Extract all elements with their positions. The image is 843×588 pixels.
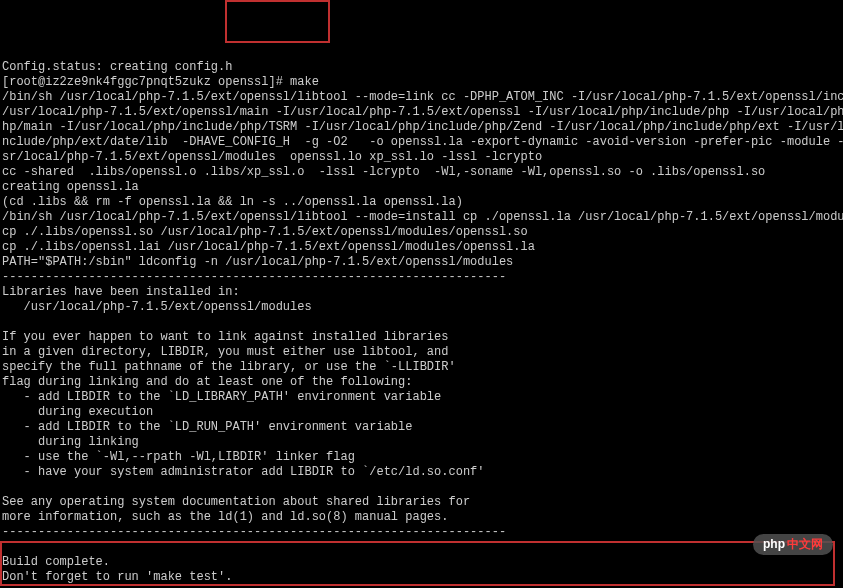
terminal-line: during execution xyxy=(2,405,841,420)
terminal-line: during linking xyxy=(2,435,841,450)
terminal-line xyxy=(2,540,841,555)
terminal-line: creating openssl.la xyxy=(2,180,841,195)
terminal-line: See any operating system documentation a… xyxy=(2,495,841,510)
terminal-line: ----------------------------------------… xyxy=(2,270,841,285)
terminal-line: nclude/php/ext/date/lib -DHAVE_CONFIG_H … xyxy=(2,135,841,150)
highlight-box-top xyxy=(225,0,330,43)
terminal-line: Don't forget to run 'make test'. xyxy=(2,570,841,585)
terminal-line: flag during linking and do at least one … xyxy=(2,375,841,390)
terminal-line: sr/local/php-7.1.5/ext/openssl/modules o… xyxy=(2,150,841,165)
terminal-line: Libraries have been installed in: xyxy=(2,285,841,300)
terminal-viewport[interactable]: Config.status: creating config.h[root@iz… xyxy=(0,0,843,588)
terminal-line: more information, such as the ld(1) and … xyxy=(2,510,841,525)
terminal-line: If you ever happen to want to link again… xyxy=(2,330,841,345)
terminal-line: Config.status: creating config.h xyxy=(2,60,841,75)
terminal-line: in a given directory, LIBDIR, you must e… xyxy=(2,345,841,360)
terminal-line: /usr/local/php-7.1.5/ext/openssl/main -I… xyxy=(2,105,841,120)
watermark-badge: php中文网 xyxy=(753,534,833,555)
badge-right: 中文网 xyxy=(787,537,823,551)
terminal-line: cp ./.libs/openssl.so /usr/local/php-7.1… xyxy=(2,225,841,240)
terminal-lines: Config.status: creating config.h[root@iz… xyxy=(2,60,841,588)
terminal-line: ----------------------------------------… xyxy=(2,525,841,540)
terminal-line: Build complete. xyxy=(2,555,841,570)
terminal-line xyxy=(2,480,841,495)
terminal-line: /bin/sh /usr/local/php-7.1.5/ext/openssl… xyxy=(2,210,841,225)
terminal-line: /bin/sh /usr/local/php-7.1.5/ext/openssl… xyxy=(2,90,841,105)
terminal-line: /usr/local/php-7.1.5/ext/openssl/modules xyxy=(2,300,841,315)
terminal-line: - add LIBDIR to the `LD_LIBRARY_PATH' en… xyxy=(2,390,841,405)
terminal-line: [root@iz2ze9nk4fggc7pnqt5zukz openssl]# … xyxy=(2,75,841,90)
terminal-line: (cd .libs && rm -f openssl.la && ln -s .… xyxy=(2,195,841,210)
terminal-line: specify the full pathname of the library… xyxy=(2,360,841,375)
terminal-line: - use the `-Wl,--rpath -Wl,LIBDIR' linke… xyxy=(2,450,841,465)
terminal-line: - add LIBDIR to the `LD_RUN_PATH' enviro… xyxy=(2,420,841,435)
terminal-line: hp/main -I/usr/local/php/include/php/TSR… xyxy=(2,120,841,135)
terminal-line: cp ./.libs/openssl.lai /usr/local/php-7.… xyxy=(2,240,841,255)
terminal-line: - have your system administrator add LIB… xyxy=(2,465,841,480)
terminal-line: cc -shared .libs/openssl.o .libs/xp_ssl.… xyxy=(2,165,841,180)
badge-left: php xyxy=(763,537,785,551)
terminal-line xyxy=(2,315,841,330)
terminal-line: PATH="$PATH:/sbin" ldconfig -n /usr/loca… xyxy=(2,255,841,270)
